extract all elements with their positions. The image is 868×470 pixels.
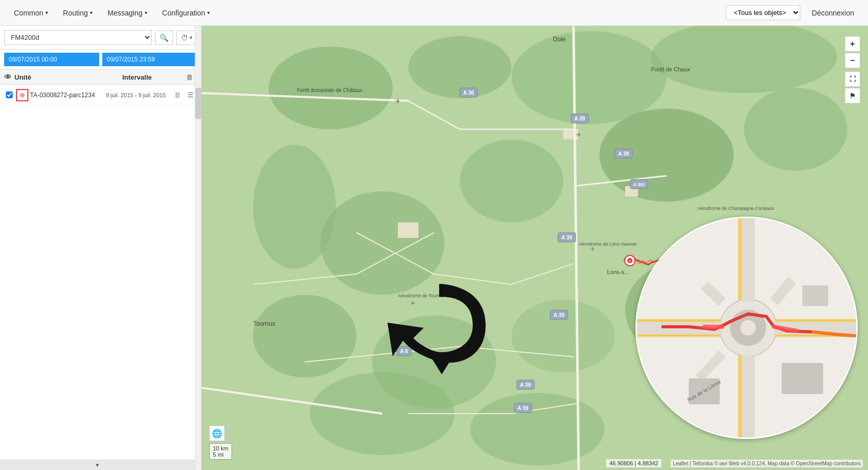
clock-icon: ⏱: [181, 34, 188, 42]
svg-text:A 36: A 36: [463, 90, 474, 96]
svg-text:Dole: Dole: [553, 36, 566, 43]
interval-header-label: Intervalle: [122, 73, 152, 81]
nav-configuration-caret: ▾: [207, 10, 210, 16]
sidebar-scrollbar[interactable]: [195, 26, 201, 470]
map-area[interactable]: A 36 A 39 A 39 A 39 A 39 A 39 A 39 A 391…: [202, 26, 868, 470]
svg-rect-84: [742, 218, 755, 302]
svg-text:A 39: A 39: [575, 116, 585, 122]
svg-text:A 39: A 39: [554, 312, 565, 318]
scale-bar: 10 km 5 mi: [209, 443, 232, 460]
return-arrow-icon: [382, 274, 496, 377]
deconnexion-button[interactable]: Déconnexion: [805, 6, 860, 20]
scroll-down-arrow[interactable]: ▼: [0, 460, 195, 470]
svg-point-9: [744, 88, 847, 171]
arrow-overlay: [382, 274, 496, 377]
svg-point-3: [512, 31, 667, 124]
svg-text:✈: ✈: [591, 246, 595, 252]
circle-inset-map: Rue de la Lième: [636, 217, 858, 439]
row-unit-name: TA-03008272-parc1234: [30, 92, 101, 99]
nav-messaging-caret: ▾: [145, 10, 147, 16]
unit-header-label: Unité: [14, 73, 32, 81]
svg-text:A 39: A 39: [618, 151, 629, 157]
nav-common[interactable]: Common ▾: [8, 5, 54, 21]
nav-common-label: Common: [14, 9, 43, 17]
zoom-out-button[interactable]: −: [845, 53, 860, 68]
map-bottom-controls: 🌐 10 km 5 mi: [209, 426, 232, 460]
attribution-text: Leaflet | Teltonika © iavi Web v4.0.0.12…: [673, 461, 861, 466]
nav-configuration-label: Configuration: [162, 9, 205, 17]
unit-select-wrapper: FM4200d: [4, 30, 152, 45]
nav-configuration[interactable]: Configuration ▾: [156, 5, 216, 21]
svg-text:+: +: [628, 258, 631, 264]
main-content: FM4200d 🔍 ⏱ ▾ 👁 Unité Intervalle 🗑: [0, 26, 868, 470]
fullscreen-button[interactable]: ⛶: [845, 71, 860, 87]
svg-rect-94: [802, 285, 828, 306]
svg-point-81: [740, 320, 756, 336]
svg-text:Lons-s...: Lons-s...: [607, 269, 629, 275]
map-attribution: Leaflet | Teltonika © iavi Web v4.0.0.12…: [671, 460, 863, 467]
svg-rect-17: [398, 222, 419, 238]
unit-select[interactable]: FM4200d: [4, 30, 152, 45]
svg-text:A 39: A 39: [518, 405, 529, 411]
nav-routing-caret: ▾: [90, 10, 92, 16]
svg-text:✈: ✈: [576, 131, 581, 139]
svg-text:A 39: A 39: [562, 235, 572, 240]
svg-text:✈: ✈: [395, 98, 400, 105]
track-icon-box: ⊕: [16, 89, 28, 101]
objects-select[interactable]: <Tous les objets>: [726, 5, 800, 20]
navbar-right: <Tous les objets> Déconnexion: [726, 5, 860, 20]
nav-messaging[interactable]: Messaging ▾: [101, 5, 153, 21]
svg-text:A 39: A 39: [520, 382, 531, 388]
svg-text:Forêt de Chaux: Forêt de Chaux: [651, 66, 690, 72]
date-from-input[interactable]: [4, 53, 99, 66]
svg-point-10: [253, 295, 357, 377]
globe-button[interactable]: 🌐: [209, 426, 225, 441]
svg-text:Forêt domaniale de Châtaux: Forêt domaniale de Châtaux: [297, 87, 362, 93]
options-caret: ▾: [190, 35, 192, 40]
svg-point-7: [460, 140, 563, 222]
nav-routing[interactable]: Routing ▾: [57, 5, 99, 21]
bookmark-button[interactable]: ⚑: [845, 88, 860, 103]
search-button[interactable]: 🔍: [155, 31, 173, 45]
date-row: [0, 50, 201, 70]
svg-text:Aérodrome de Lons-Saunier: Aérodrome de Lons-Saunier: [579, 241, 637, 247]
map-coordinates: 46.90806 | 4.88342: [606, 459, 661, 467]
date-to-input[interactable]: [102, 53, 197, 66]
sidebar: FM4200d 🔍 ⏱ ▾ 👁 Unité Intervalle 🗑: [0, 26, 202, 470]
svg-rect-92: [782, 363, 823, 394]
table-row: ⊕ TA-03008272-parc1234 9 juil. 2015 - 9 …: [0, 85, 201, 105]
table-header: 👁 Unité Intervalle 🗑: [0, 70, 201, 85]
zoom-in-button[interactable]: +: [845, 36, 860, 52]
inset-map-svg: Rue de la Lième: [637, 218, 858, 439]
svg-text:Tournus: Tournus: [253, 320, 275, 327]
svg-marker-72: [429, 354, 455, 374]
svg-text:A 391: A 391: [633, 182, 645, 187]
eye-icon: 👁: [4, 73, 11, 81]
navbar: Common ▾ Routing ▾ Messaging ▾ Configura…: [0, 0, 868, 26]
scrollbar-handle[interactable]: [195, 88, 202, 119]
row-checkbox[interactable]: [4, 92, 14, 98]
map-controls: + − ⛶ ⚑: [845, 36, 860, 103]
options-button[interactable]: ⏱ ▾: [176, 31, 197, 45]
navbar-left: Common ▾ Routing ▾ Messaging ▾ Configura…: [8, 5, 726, 21]
col-interval-header: Intervalle: [93, 73, 182, 81]
nav-common-caret: ▾: [45, 10, 48, 16]
scale-10km: 10 km: [213, 445, 228, 451]
sidebar-header: FM4200d 🔍 ⏱ ▾: [0, 26, 201, 50]
nav-routing-label: Routing: [63, 9, 88, 17]
svg-point-16: [470, 393, 605, 465]
row-delete-button[interactable]: 🗑: [171, 91, 184, 99]
row-track-icon: ⊕: [14, 89, 30, 101]
col-unit-header: 👁 Unité: [4, 73, 93, 81]
nav-messaging-label: Messaging: [107, 9, 143, 17]
row-interval-dates: 9 juil. 2015 - 9 juil. 2015: [101, 92, 172, 98]
svg-rect-85: [742, 355, 755, 439]
svg-text:Aérodrome de Champagne-Corteau: Aérodrome de Champagne-Corteaux: [698, 206, 774, 211]
scale-5mi: 5 mi: [213, 451, 228, 458]
